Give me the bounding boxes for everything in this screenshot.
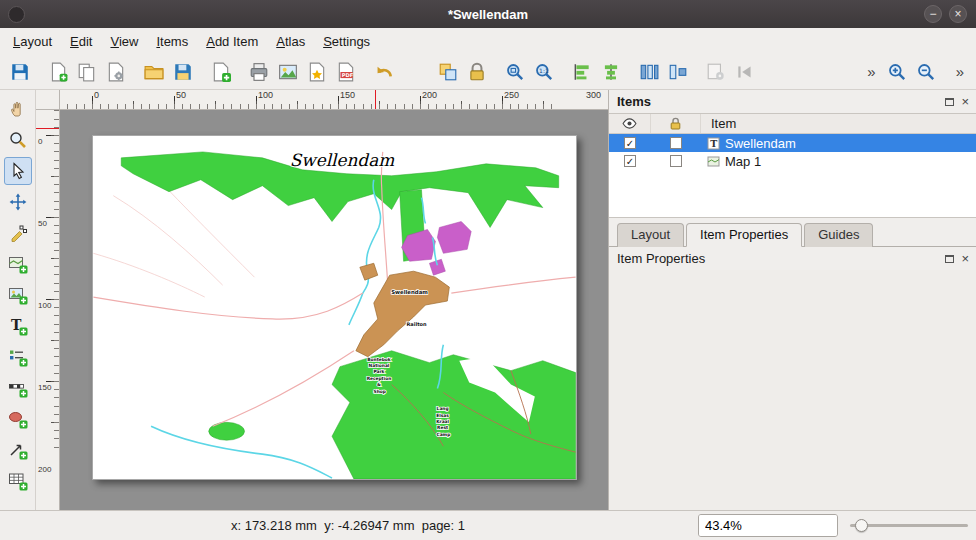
ruler-label: 200 xyxy=(422,90,437,100)
vegetation-polygon xyxy=(332,351,576,479)
add-picture-button[interactable] xyxy=(4,281,32,309)
add-map-button[interactable] xyxy=(4,250,32,278)
title-label-item[interactable]: Swellendam xyxy=(290,150,396,170)
left-ruler[interactable]: 0 50 100 150 200 xyxy=(36,110,60,510)
item-properties-panel-title: Item Properties xyxy=(617,251,705,266)
item-row-swellendam[interactable]: T Swellendam xyxy=(609,134,976,152)
new-layout-button[interactable] xyxy=(44,58,72,86)
add-shape-button[interactable] xyxy=(4,405,32,433)
item-row-map1[interactable]: Map 1 xyxy=(609,152,976,170)
move-item-content-tool-button[interactable] xyxy=(4,188,32,216)
close-button[interactable]: × xyxy=(949,5,967,23)
add-label-icon: T xyxy=(8,316,28,336)
tab-layout[interactable]: Layout xyxy=(617,223,684,247)
vegetation-polygon xyxy=(209,422,245,440)
item-label: Swellendam xyxy=(725,136,796,151)
visibility-checkbox[interactable] xyxy=(624,137,636,149)
atlas-settings-icon xyxy=(706,62,726,82)
zoom-full-button[interactable] xyxy=(501,58,529,86)
minimize-button[interactable]: − xyxy=(924,5,942,23)
edit-nodes-item-tool-button[interactable] xyxy=(4,219,32,247)
export-image-icon xyxy=(278,62,298,82)
atlas-first-icon xyxy=(735,62,755,82)
align-center-button[interactable] xyxy=(597,58,625,86)
add-items-from-template-button[interactable] xyxy=(140,58,168,86)
distribute-left-button[interactable] xyxy=(635,58,663,86)
menu-edit[interactable]: Edit xyxy=(61,30,101,53)
zoom-to-100-button[interactable]: 1:1 xyxy=(530,58,558,86)
distribute-icon xyxy=(639,62,659,82)
window-title: *Swellendam xyxy=(0,7,976,22)
add-scalebar-button[interactable] xyxy=(4,374,32,402)
export-as-pdf-button[interactable]: PDF xyxy=(332,58,360,86)
resize-narrowest-button[interactable] xyxy=(664,58,692,86)
top-ruler[interactable]: 0 50 100 150 200 250 300 xyxy=(60,90,608,110)
add-legend-button[interactable] xyxy=(4,343,32,371)
toolbar-overflow-button[interactable]: » xyxy=(861,63,881,80)
print-button[interactable] xyxy=(245,58,273,86)
toolbar-overflow-2-button[interactable]: » xyxy=(950,63,970,80)
zoom-out-button[interactable] xyxy=(912,58,940,86)
pan-tool-button[interactable] xyxy=(4,95,32,123)
menu-layout[interactable]: Layout xyxy=(4,30,61,53)
float-panel-icon[interactable] xyxy=(945,255,954,263)
add-label-button[interactable]: T xyxy=(4,312,32,340)
menu-settings[interactable]: Settings xyxy=(314,30,379,53)
window-menu-icon[interactable] xyxy=(8,6,25,23)
ruler-label: 250 xyxy=(504,90,519,100)
layout-page[interactable]: Swellendam Railton Bontebok National Par… xyxy=(92,135,577,480)
select-move-item-tool-button[interactable] xyxy=(4,157,32,185)
export-as-svg-button[interactable] xyxy=(303,58,331,86)
ruler-label: 0 xyxy=(38,137,42,146)
close-panel-icon[interactable]: × xyxy=(961,252,969,265)
menu-items[interactable]: Items xyxy=(147,30,197,53)
zoom-slider-handle[interactable] xyxy=(855,519,868,532)
export-as-image-button[interactable] xyxy=(274,58,302,86)
zoom-level-input[interactable] xyxy=(699,515,838,536)
close-panel-icon[interactable]: × xyxy=(961,95,969,108)
visibility-checkbox[interactable] xyxy=(624,155,636,167)
add-scalebar-icon xyxy=(8,378,28,398)
add-pages-button[interactable] xyxy=(207,58,235,86)
save-project-button[interactable] xyxy=(6,58,34,86)
map-item-icon xyxy=(707,155,720,168)
cursor-coordinates: x: 173.218 mm y: -4.26947 mm page: 1 xyxy=(0,518,696,533)
items-table-header: Item xyxy=(609,114,976,134)
layout-manager-button[interactable] xyxy=(102,58,130,86)
layout-manager-icon xyxy=(106,62,126,82)
canvas-viewport[interactable]: Swellendam Railton Bontebok National Par… xyxy=(60,110,608,510)
add-table-button[interactable] xyxy=(4,467,32,495)
ruler-label: 150 xyxy=(38,383,51,392)
align-left-button[interactable] xyxy=(568,58,596,86)
menu-add-item[interactable]: Add Item xyxy=(197,30,267,53)
tab-item-properties[interactable]: Item Properties xyxy=(686,223,802,247)
zoom-in-button[interactable] xyxy=(883,58,911,86)
group-items-button[interactable] xyxy=(434,58,462,86)
resize-icon xyxy=(668,62,688,82)
duplicate-layout-button[interactable] xyxy=(73,58,101,86)
map-item[interactable]: Swellendam Railton Bontebok National Par… xyxy=(93,136,576,479)
float-panel-icon[interactable] xyxy=(945,98,954,106)
save-as-template-button[interactable] xyxy=(169,58,197,86)
undo-button[interactable] xyxy=(370,58,398,86)
menu-atlas[interactable]: Atlas xyxy=(267,30,314,53)
lock-items-button[interactable] xyxy=(463,58,491,86)
status-bar: x: 173.218 mm y: -4.26947 mm page: 1 xyxy=(0,510,976,540)
edit-nodes-icon xyxy=(8,223,28,243)
add-arrow-button[interactable] xyxy=(4,436,32,464)
svg-text:PDF: PDF xyxy=(342,71,354,77)
menu-view[interactable]: View xyxy=(101,30,147,53)
atlas-settings-button[interactable] xyxy=(702,58,730,86)
zoom-tool-button[interactable] xyxy=(4,126,32,154)
items-panel-title: Items xyxy=(617,94,651,109)
tab-guides[interactable]: Guides xyxy=(804,223,873,247)
zoom-100-icon: 1:1 xyxy=(534,62,554,82)
item-toolbar: T xyxy=(0,90,36,510)
save-icon xyxy=(10,62,30,82)
zoom-slider[interactable] xyxy=(850,514,968,537)
lock-checkbox[interactable] xyxy=(670,155,682,167)
lock-items-icon xyxy=(467,62,487,82)
atlas-first-feature-button[interactable] xyxy=(731,58,759,86)
ruler-label: 50 xyxy=(38,219,47,228)
lock-checkbox[interactable] xyxy=(670,137,682,149)
